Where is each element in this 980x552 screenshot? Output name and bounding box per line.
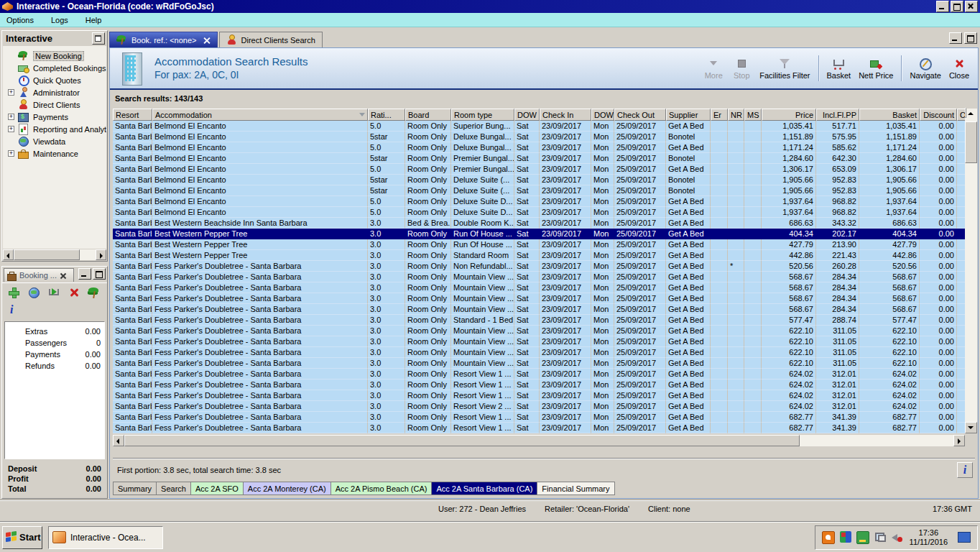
column-header-dow[interactable]: DOW xyxy=(591,109,614,121)
collapse-panel-button[interactable] xyxy=(92,32,105,45)
holiday-icon[interactable] xyxy=(88,286,101,299)
sidebar-item-direct-clients[interactable]: Direct Clients xyxy=(3,98,106,111)
column-header-dow[interactable]: DOW xyxy=(514,109,540,121)
expand-plus-icon[interactable] xyxy=(8,150,14,157)
scrollbar-thumb[interactable] xyxy=(124,435,800,446)
result-row[interactable]: Santa Barb...Best Western Beachside Inn … xyxy=(113,218,965,229)
scrollbar-thumb[interactable] xyxy=(965,121,977,163)
sidebar-item-payments[interactable]: Payments xyxy=(3,111,106,123)
bottom-tab-acc-2a-sfo[interactable]: Acc 2A SFO xyxy=(190,482,244,495)
sidebar-item-reporting-and-analyt[interactable]: Reporting and Analyt xyxy=(3,123,106,135)
bottom-tab-acc-2a-monterey-ca[interactable]: Acc 2A Monterey (CA) xyxy=(243,482,331,495)
volume-muted-tray-icon[interactable] xyxy=(891,531,902,543)
bottom-tab-summary[interactable]: Summary xyxy=(113,482,157,495)
scroll-right-icon[interactable] xyxy=(953,435,965,446)
bottom-tab-acc-2a-santa-barbara-ca[interactable]: Acc 2A Santa Barbara (CA) xyxy=(431,482,537,495)
menu-logs[interactable]: Logs xyxy=(51,16,68,24)
result-row[interactable]: Santa Barb...Fess Parker's Doubletree - … xyxy=(113,369,965,380)
result-row[interactable]: Santa Barb...Belmond El Encanto5starRoom… xyxy=(113,175,965,185)
sidebar-item-completed-bookings[interactable]: Completed Bookings xyxy=(3,62,106,74)
column-header-nr[interactable]: NR xyxy=(728,109,744,121)
column-header-price[interactable]: Price xyxy=(762,109,816,121)
sidebar-horizontal-scrollbar[interactable] xyxy=(3,249,106,260)
column-header-board[interactable]: Board xyxy=(405,109,451,121)
close-button[interactable] xyxy=(965,1,978,12)
column-header-ms[interactable]: MS xyxy=(744,109,762,121)
result-row[interactable]: Santa Barb...Best Western Pepper Tree3.0… xyxy=(113,229,965,239)
column-header-accommodation[interactable]: Accommodation xyxy=(152,109,368,121)
result-row[interactable]: Santa Barb...Belmond El Encanto5.0Room O… xyxy=(113,121,965,132)
facilities-filter-button[interactable]: Facilities Filter xyxy=(759,58,810,80)
result-row[interactable]: Santa Barb...Fess Parker's Doubletree - … xyxy=(113,326,965,336)
world-icon[interactable] xyxy=(27,286,40,299)
result-row[interactable]: Santa Barb...Fess Parker's Doubletree - … xyxy=(113,261,965,272)
scroll-left-icon[interactable] xyxy=(113,435,124,446)
close-tab-icon[interactable] xyxy=(203,37,211,44)
result-row[interactable]: Santa Barb...Belmond El Encanto5.0Room O… xyxy=(113,142,965,153)
navigate-button[interactable]: Navigate xyxy=(910,58,940,80)
expand-plus-icon[interactable] xyxy=(8,89,14,96)
basket-button[interactable]: Basket xyxy=(827,58,851,80)
scroll-right-icon[interactable] xyxy=(96,249,106,260)
mdi-minimize-button[interactable] xyxy=(949,32,962,44)
minimize-panel-button[interactable] xyxy=(78,268,91,280)
result-row[interactable]: Santa Barb...Fess Parker's Doubletree - … xyxy=(113,315,965,326)
sidebar-item-new-booking[interactable]: New Booking xyxy=(3,50,106,62)
scroll-down-icon[interactable] xyxy=(965,422,977,433)
sidebar-item-maintenance[interactable]: Maintenance xyxy=(3,147,106,160)
result-row[interactable]: Santa Barb...Belmond El Encanto5.0Room O… xyxy=(113,207,965,218)
close-booking-tab-icon[interactable] xyxy=(60,272,66,279)
expand-plus-icon[interactable] xyxy=(8,114,14,120)
sidebar-item-viewdata[interactable]: Viewdata xyxy=(3,135,106,147)
result-row[interactable]: Santa Barb...Best Western Pepper Tree3.0… xyxy=(113,250,965,261)
mdi-restore-button[interactable] xyxy=(964,32,977,44)
basket-go-icon[interactable] xyxy=(47,286,60,299)
bottom-tab-acc-2a-pismo-beach-ca[interactable]: Acc 2A Pismo Beach (CA) xyxy=(330,482,433,495)
result-row[interactable]: Santa Barb...Fess Parker's Doubletree - … xyxy=(113,293,965,304)
close-button[interactable]: Close xyxy=(949,58,969,80)
column-header-incl-fl-pp[interactable]: Incl.Fl.PP xyxy=(816,109,859,121)
display-settings-icon[interactable] xyxy=(958,532,971,543)
vertical-scrollbar[interactable] xyxy=(965,109,977,433)
column-header-of[interactable]: Of... xyxy=(957,109,965,121)
result-row[interactable]: Santa Barb...Fess Parker's Doubletree - … xyxy=(113,304,965,315)
result-row[interactable]: Santa Barb...Belmond El Encanto5.0Room O… xyxy=(113,196,965,207)
stop-button[interactable]: Stop xyxy=(731,58,752,80)
java-tray-icon[interactable] xyxy=(822,531,835,544)
column-header-check-out[interactable]: Check Out xyxy=(614,109,666,121)
column-header-supplier[interactable]: Supplier xyxy=(666,109,711,121)
result-row[interactable]: Santa Barb...Best Western Pepper Tree3.0… xyxy=(113,239,965,250)
menu-options[interactable]: Options xyxy=(6,16,34,24)
scrollbar-track[interactable] xyxy=(800,435,953,446)
result-row[interactable]: Santa Barb...Fess Parker's Doubletree - … xyxy=(113,272,965,282)
result-row[interactable]: Santa Barb...Belmond El Encanto5.0Room O… xyxy=(113,164,965,175)
column-header-resort[interactable]: Resort xyxy=(113,109,152,121)
column-header-room-type[interactable]: Room type xyxy=(451,109,514,121)
column-header-basket[interactable]: Basket xyxy=(859,109,920,121)
maximize-button[interactable] xyxy=(951,1,963,12)
bottom-tab-search[interactable]: Search xyxy=(156,482,191,495)
horizontal-scrollbar[interactable] xyxy=(113,435,965,446)
start-button[interactable]: Start xyxy=(2,526,42,549)
network-tray-icon[interactable] xyxy=(874,531,886,543)
result-row[interactable]: Santa Barb...Belmond El Encanto5starRoom… xyxy=(113,132,965,142)
column-header-rati[interactable]: Rati... xyxy=(368,109,405,121)
result-row[interactable]: Santa Barb...Fess Parker's Doubletree - … xyxy=(113,358,965,369)
scrollbar-track[interactable] xyxy=(80,249,96,260)
result-row[interactable]: Santa Barb...Fess Parker's Doubletree - … xyxy=(113,336,965,347)
result-row[interactable]: Santa Barb...Fess Parker's Doubletree - … xyxy=(113,401,965,412)
sidebar-item-quick-quotes[interactable]: Quick Quotes xyxy=(3,74,106,86)
tab-book-ref-none[interactable]: Book. ref.: <none> xyxy=(109,32,218,47)
maximize-panel-button[interactable] xyxy=(93,268,106,280)
result-row[interactable]: Santa Barb...Fess Parker's Doubletree - … xyxy=(113,282,965,293)
result-row[interactable]: Santa Barb...Fess Parker's Doubletree - … xyxy=(113,423,965,433)
nett-price-button[interactable]: Nett Price xyxy=(859,58,893,80)
info-button[interactable]: i xyxy=(957,462,973,478)
taskbar-window-button[interactable]: Interactive - Ocea... xyxy=(48,526,163,549)
result-row[interactable]: Santa Barb...Fess Parker's Doubletree - … xyxy=(113,390,965,401)
column-header-discount[interactable]: Discount xyxy=(920,109,957,121)
menu-help[interactable]: Help xyxy=(85,16,102,24)
minimize-button[interactable] xyxy=(936,1,949,12)
sidebar-item-administrator[interactable]: Administrator xyxy=(3,86,106,98)
scroll-up-icon[interactable] xyxy=(965,108,966,118)
